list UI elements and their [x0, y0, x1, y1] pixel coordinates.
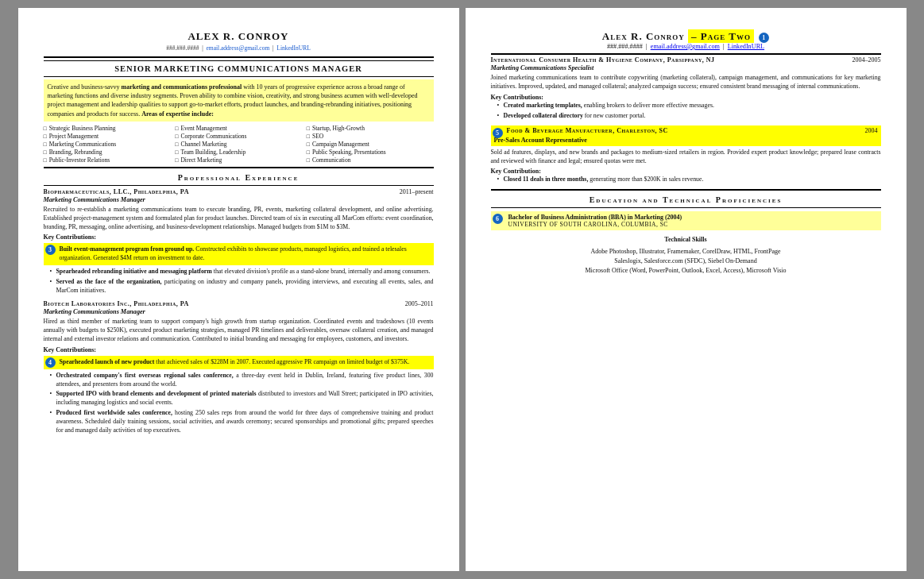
page-2: Alex R. Conroy – Page Two 1 ###.###.####…: [466, 8, 907, 571]
page2-linkedin[interactable]: LinkedInURL: [728, 43, 764, 50]
tech-skills-line-1: Adobe Photoshop, Illustrator, Framemaker…: [491, 247, 881, 257]
edu-degree: Bachelor of Business Administration (BBA…: [508, 214, 877, 221]
job1-bullets: Spearheaded rebranding initiative and me…: [44, 268, 434, 295]
p2-job1-bullets: Created marketing templates, enabling br…: [491, 102, 881, 121]
expertise-item: Public-Investor Relations: [44, 156, 171, 164]
p2-divider-edu2: [491, 207, 881, 208]
p2-job2-bullet-1: Closed 11 deals in three months, generat…: [497, 176, 881, 184]
expertise-grid: Strategic Business Planning Event Manage…: [44, 125, 434, 164]
p2-job-entry-2: 5 Food & Beverage Manufacturer, Charlest…: [491, 125, 881, 185]
expertise-item: Strategic Business Planning: [44, 125, 171, 132]
p2-job2-bullets: Closed 11 deals in three months, generat…: [491, 176, 881, 184]
edu-school: University of South Carolina, Columbia, …: [508, 221, 877, 228]
job2-dates: 2005–2011: [405, 300, 434, 307]
page2-header: Alex R. Conroy – Page Two 1 ###.###.####…: [491, 30, 881, 50]
expertise-item: Public Speaking, Presentations: [307, 149, 434, 156]
expertise-item: Project Management: [44, 133, 171, 140]
job1-company: Biopharmaceuticals, LLC., Philadelphia, …: [44, 188, 189, 195]
expertise-item: Startup, High-Growth: [307, 125, 434, 132]
job2-desc: Hired as third member of marketing team …: [44, 318, 434, 344]
job2-bullets: Orchestrated company's first overseas re…: [44, 372, 434, 435]
section-experience: Professional Experience: [44, 173, 434, 182]
job2-role: Marketing Communications Manager: [44, 308, 434, 315]
tech-skills-line-2: Saleslogix, Salesforce.com (SFDC), Siebe…: [491, 257, 881, 266]
pages-container: Alex R. Conroy ###.###.#### | email.addr…: [18, 8, 907, 571]
badge-6: 6: [493, 214, 503, 224]
badge-5: 5: [493, 128, 503, 138]
page2-contact: ###.###.#### | email.address@gmail.com |…: [491, 43, 881, 50]
job2-bullet-3: Produced first worldwide sales conferenc…: [50, 409, 434, 435]
p2-job1-role: Marketing Communications Specialist: [491, 64, 881, 71]
p2-job-entry-1: International Consumer Health & Hygiene …: [491, 56, 881, 121]
job2-header: Biotech Laboratories Inc., Philadelphia,…: [44, 300, 434, 307]
divider-thin: [44, 60, 434, 61]
p2-job2-key-label: Key Contribution:: [491, 168, 881, 175]
badge-3: 3: [45, 245, 56, 255]
page2-name: Alex R. Conroy – Page Two 1: [491, 30, 881, 43]
job2-bullet-1: Orchestrated company's first overseas re…: [50, 372, 434, 389]
page2-email[interactable]: email.address@gmail.com: [651, 43, 720, 50]
job2-key-label: Key Contributions:: [44, 346, 434, 353]
job2-company: Biotech Laboratories Inc., Philadelphia,…: [44, 300, 189, 307]
expertise-item: SEO: [307, 133, 434, 140]
job1-header: Biopharmaceuticals, LLC., Philadelphia, …: [44, 188, 434, 195]
tech-skills-label: Technical Skills: [491, 235, 881, 245]
expertise-item: Team Building, Leadership: [175, 149, 302, 156]
expertise-item: Campaign Management: [307, 141, 434, 148]
expertise-item: Corporate Communications: [175, 133, 302, 140]
tech-skills-section: Technical Skills Adobe Photoshop, Illust…: [491, 235, 881, 276]
p2-job2-role-highlight: Pre-Sales Account Representative: [491, 136, 881, 146]
job1-highlight: 3 Built event-management program from gr…: [44, 243, 434, 265]
p2-job2-desc: Sold ad features, displays, and new bran…: [491, 149, 881, 166]
expertise-item: Event Management: [175, 125, 302, 132]
expertise-item: Channel Marketing: [175, 141, 302, 148]
job1-dates: 2011–present: [400, 188, 434, 195]
page1-header: Alex R. Conroy ###.###.#### | email.addr…: [44, 30, 434, 52]
expertise-item: Communication: [307, 156, 434, 164]
page-1: Alex R. Conroy ###.###.#### | email.addr…: [18, 8, 459, 571]
job1-role: Marketing Communications Manager: [44, 196, 434, 203]
job2-bullet-2: Supported IPO with brand elements and de…: [50, 390, 434, 407]
job1-bullet-1: Spearheaded rebranding initiative and me…: [50, 268, 434, 276]
summary-text: Creative and business-savvy marketing an…: [48, 83, 418, 118]
badge-4: 4: [45, 357, 56, 368]
badge-1: 1: [759, 33, 769, 43]
divider-exp: [44, 167, 434, 168]
p2-job1-bullet-1: Created marketing templates, enabling br…: [497, 102, 881, 110]
p2-job1-company: International Consumer Health & Hygiene …: [491, 56, 715, 64]
p2-job1-key-label: Key Contributions:: [491, 94, 881, 101]
job-entry-2: Biotech Laboratories Inc., Philadelphia,…: [44, 300, 434, 435]
summary-block: Creative and business-savvy marketing an…: [44, 79, 434, 122]
p2-section-education: Education and Technical Proficiencies: [491, 195, 881, 204]
page1-email[interactable]: email.address@gmail.com: [206, 44, 269, 52]
page1-name: Alex R. Conroy: [44, 30, 434, 43]
page1-contact: ###.###.#### | email.address@gmail.com |…: [44, 44, 434, 52]
divider-top: [44, 56, 434, 58]
expertise-item: Branding, Rebranding: [44, 149, 171, 156]
job1-bullet-2: Served as the face of the organization, …: [50, 278, 434, 295]
p2-job1-desc: Joined marketing communications team to …: [491, 74, 881, 91]
tech-skills-line-3: Microsoft Office (Word, PowerPoint, Outl…: [491, 266, 881, 276]
p2-job2-company-highlight: 5 Food & Beverage Manufacturer, Charlest…: [491, 125, 881, 136]
page1-job-title: Senior Marketing Communications Manager: [44, 64, 434, 73]
job1-desc: Recruited to re-establish a marketing co…: [44, 206, 434, 232]
divider-exp2: [44, 185, 434, 186]
expertise-item: Direct Marketing: [175, 156, 302, 164]
education-block: 6 Bachelor of Business Administration (B…: [491, 211, 881, 230]
p2-divider-edu: [491, 189, 881, 191]
page1-linkedin[interactable]: LinkedInURL: [276, 44, 311, 52]
job1-key-label: Key Contributions:: [44, 234, 434, 241]
job-entry-1: Biopharmaceuticals, LLC., Philadelphia, …: [44, 188, 434, 295]
p2-job1-dates: 2004–2005: [852, 56, 881, 64]
p2-job1-bullet-2: Developed collateral directory for new c…: [497, 112, 881, 121]
divider-thin2: [44, 76, 434, 77]
p2-job1-header: International Consumer Health & Hygiene …: [491, 56, 881, 64]
expertise-item: Marketing Communications: [44, 141, 171, 148]
p2-divider-top: [491, 53, 881, 55]
job2-highlight: 4 Spearheaded launch of new product that…: [44, 356, 434, 369]
